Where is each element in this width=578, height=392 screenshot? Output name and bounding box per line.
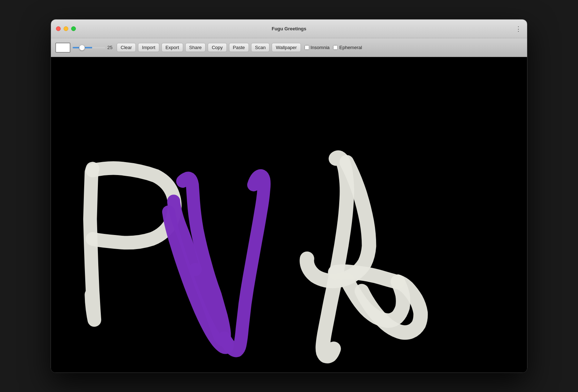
canvas-area[interactable] [51, 57, 527, 373]
ephemeral-checkbox[interactable] [333, 45, 338, 50]
scan-button[interactable]: Scan [251, 43, 270, 52]
pwa-drawing [51, 57, 527, 373]
ephemeral-group: Ephemeral [333, 45, 362, 50]
titlebar-controls [56, 26, 76, 31]
insomnia-checkbox[interactable] [305, 45, 309, 50]
share-button[interactable]: Share [185, 43, 206, 52]
titlebar-menu[interactable]: ⋮ [515, 25, 522, 33]
brush-size-container: 25 [73, 45, 115, 50]
maximize-button[interactable] [71, 26, 76, 31]
color-swatch[interactable] [55, 43, 70, 53]
import-button[interactable]: Import [138, 43, 159, 52]
insomnia-group: Insomnia [305, 45, 330, 50]
window-title: Fugu Greetings [272, 26, 306, 31]
export-button[interactable]: Export [161, 43, 183, 52]
wallpaper-button[interactable]: Wallpaper [272, 43, 301, 52]
minimize-button[interactable] [64, 26, 68, 31]
app-window: Fugu Greetings ⋮ 25 Clear Import Export … [51, 19, 527, 373]
brush-size-slider[interactable] [73, 47, 105, 48]
toolbar: 25 Clear Import Export Share Copy Paste … [51, 38, 527, 57]
titlebar: Fugu Greetings ⋮ [51, 19, 527, 38]
drawing-canvas[interactable] [51, 57, 527, 373]
insomnia-label[interactable]: Insomnia [311, 45, 330, 50]
copy-button[interactable]: Copy [208, 43, 227, 52]
menu-dots-icon[interactable]: ⋮ [515, 25, 522, 33]
close-button[interactable] [56, 26, 61, 31]
brush-size-label: 25 [107, 45, 115, 50]
paste-button[interactable]: Paste [229, 43, 249, 52]
clear-button[interactable]: Clear [117, 43, 136, 52]
ephemeral-label[interactable]: Ephemeral [339, 45, 362, 50]
